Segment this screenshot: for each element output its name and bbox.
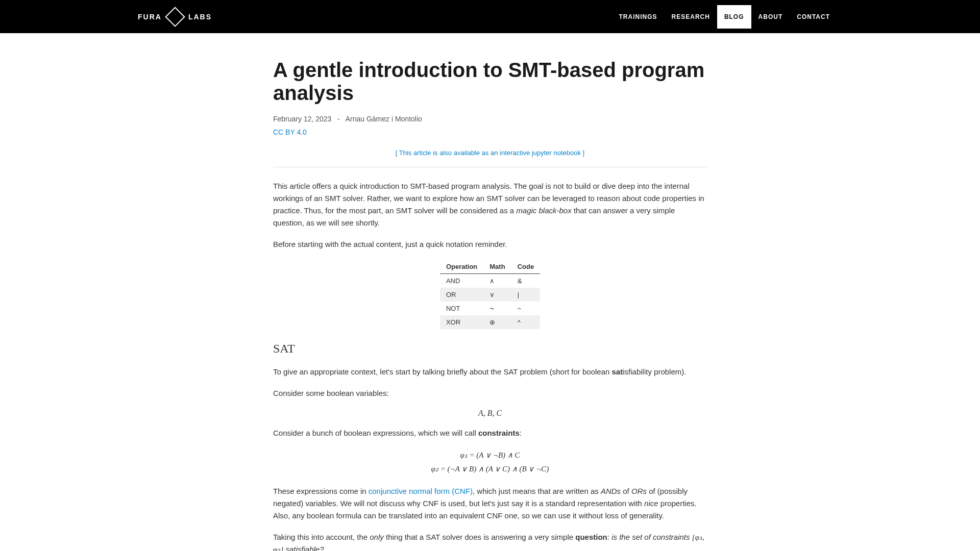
meta-separator: - <box>337 115 340 123</box>
article-meta: February 12, 2023 - Arnau Gàmez i Montol… <box>273 115 707 123</box>
intro-paragraph-1: This article offers a quick introduction… <box>273 180 707 229</box>
page-title: A gentle introduction to SMT-based progr… <box>273 59 707 105</box>
notebook-link[interactable]: [ This article is also available as an i… <box>273 149 707 157</box>
nav-blog[interactable]: BLOG <box>717 5 751 29</box>
table-row: AND ∧ & <box>440 274 540 288</box>
nav-about[interactable]: ABOUT <box>751 5 790 29</box>
table-row: XOR ⊕ ^ <box>440 315 540 329</box>
table-header-math: Math <box>483 260 511 274</box>
sat-paragraph-2: Consider some boolean variables: <box>273 387 707 399</box>
sat-paragraph-1: To give an appropriate context, let's st… <box>273 366 707 378</box>
table-header-operation: Operation <box>440 260 483 274</box>
table-header-code: Code <box>511 260 541 274</box>
logo-text-left: FURA <box>138 13 162 21</box>
nav-trainings[interactable]: TRAININGS <box>612 5 665 29</box>
table-row: NOT ¬ ~ <box>440 302 540 315</box>
formula-variables: A, B, C <box>273 409 707 418</box>
divider <box>273 167 707 167</box>
nav: TRAININGS RESEARCH BLOG ABOUT CONTACT <box>612 5 837 29</box>
table-row: OR ∨ | <box>440 288 540 302</box>
logo-diamond-icon <box>165 7 185 27</box>
license-link[interactable]: CC BY 4.0 <box>273 128 707 136</box>
article-author: Arnau Gàmez i Montolio <box>346 115 422 123</box>
header: FURA LABS TRAININGS RESEARCH BLOG ABOUT … <box>0 0 980 33</box>
nav-contact[interactable]: CONTACT <box>790 5 837 29</box>
content: A gentle introduction to SMT-based progr… <box>273 33 707 551</box>
notation-table: Operation Math Code AND ∧ & OR ∨ | NOT ¬… <box>440 260 540 329</box>
cnf-link[interactable]: conjunctive normal form (CNF) <box>369 487 473 495</box>
article-date: February 12, 2023 <box>273 115 331 123</box>
logo-text-right: LABS <box>188 13 212 21</box>
sat-paragraph-5: Taking this into account, the only thing… <box>273 531 707 551</box>
sat-paragraph-3: Consider a bunch of boolean expressions,… <box>273 427 707 439</box>
sat-paragraph-4: These expressions come in conjunctive no… <box>273 485 707 522</box>
nav-research[interactable]: RESEARCH <box>665 5 717 29</box>
intro-paragraph-2: Before starting with the actual content,… <box>273 238 707 251</box>
sat-heading: SAT <box>273 342 707 356</box>
formula-constraints: φ₁ = (A ∨ ¬B) ∧ C φ₂ = (¬A ∨ B) ∧ (A ∨ C… <box>273 448 707 476</box>
logo[interactable]: FURA LABS <box>138 10 212 24</box>
